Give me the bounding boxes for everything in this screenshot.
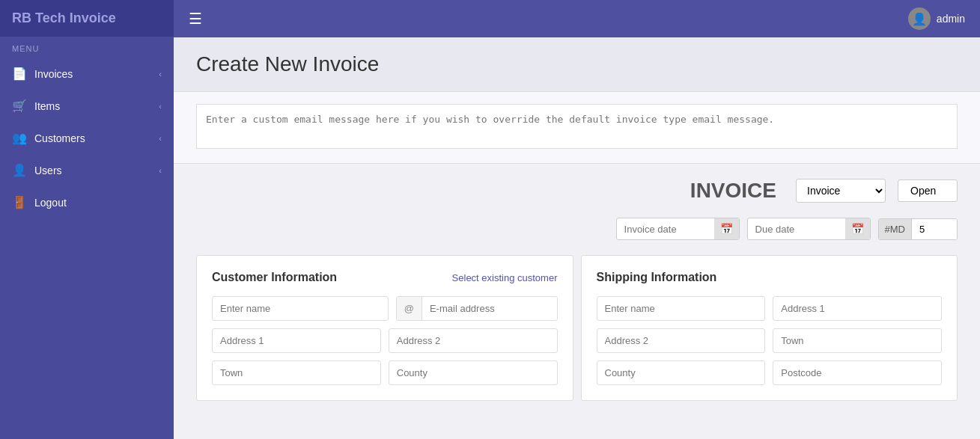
invoice-date-calendar-btn[interactable]: 📅 (714, 218, 739, 239)
sidebar-item-items[interactable]: 🛒 Items ‹ (0, 90, 174, 122)
customer-name-input[interactable] (212, 296, 389, 321)
customers-label: Customers (34, 132, 85, 144)
due-date-group: 📅 (747, 218, 871, 240)
customer-address1-input[interactable] (212, 328, 381, 353)
shipping-address2-input[interactable] (597, 328, 766, 353)
forms-row: Customer Information Select existing cus… (196, 255, 958, 401)
due-date-input[interactable] (748, 219, 845, 239)
customer-address2-input[interactable] (389, 328, 558, 353)
invoice-date-group: 📅 (616, 218, 740, 240)
hamburger-icon[interactable]: ☰ (189, 10, 202, 28)
items-icon: 🛒 (12, 99, 27, 113)
customer-information-section: Customer Information Select existing cus… (196, 255, 573, 401)
shipping-information-section: Shipping Information (581, 255, 958, 401)
shipping-address1-input[interactable] (773, 296, 942, 321)
invoices-chevron: ‹ (159, 70, 162, 79)
customer-name-email-row: @ (212, 296, 558, 321)
customer-town-input[interactable] (212, 360, 381, 385)
customer-county-input[interactable] (389, 360, 558, 385)
invoice-section: INVOICE Invoice Quote Credit Note Open 📅… (174, 164, 980, 416)
customer-town-county-row (212, 360, 558, 385)
logo-text-invoice: Invoice (70, 10, 116, 25)
customer-section-title: Customer Information (212, 271, 337, 284)
sidebar-item-invoices[interactable]: 📄 Invoices ‹ (0, 58, 174, 90)
menu-label: MENU (0, 37, 174, 58)
customer-form-grid: @ (212, 296, 558, 385)
shipping-name-address1-row (597, 296, 943, 321)
app-logo: RB Tech Invoice (0, 0, 174, 37)
invoice-type-select[interactable]: Invoice Quote Credit Note (796, 179, 886, 203)
customers-icon: 👥 (12, 131, 27, 145)
main-content: Create New Invoice INVOICE Invoice Quote… (174, 37, 980, 439)
admin-area: 👤 admin (908, 7, 965, 30)
items-label: Items (34, 100, 60, 112)
at-symbol: @ (397, 297, 422, 320)
shipping-name-input[interactable] (597, 296, 766, 321)
logout-icon: 🚪 (12, 195, 27, 209)
users-icon: 👤 (12, 163, 27, 177)
shipping-section-title: Shipping Information (597, 271, 717, 284)
md-prefix: #MD (879, 219, 912, 239)
logout-label: Logout (34, 197, 67, 209)
logo-text-rb: RB Tech (12, 10, 66, 25)
due-date-calendar-btn[interactable]: 📅 (845, 218, 870, 239)
shipping-section-header: Shipping Information (597, 271, 943, 284)
invoice-title: INVOICE (690, 179, 776, 203)
email-message-input[interactable] (196, 104, 958, 149)
invoices-icon: 📄 (12, 67, 27, 81)
users-label: Users (34, 165, 62, 176)
md-field: #MD (878, 218, 958, 240)
admin-label: admin (937, 13, 965, 25)
page-title: Create New Invoice (196, 52, 958, 76)
shipping-town-input[interactable] (773, 328, 942, 353)
customer-email-input[interactable] (422, 297, 558, 320)
invoice-date-input[interactable] (617, 219, 714, 239)
users-chevron: ‹ (159, 166, 162, 175)
sidebar: RB Tech Invoice MENU 📄 Invoices ‹ 🛒 Item… (0, 0, 174, 439)
shipping-form-grid (597, 296, 943, 385)
md-input[interactable] (912, 219, 957, 239)
shipping-address2-town-row (597, 328, 943, 353)
customer-section-header: Customer Information Select existing cus… (212, 271, 558, 284)
select-existing-customer-link[interactable]: Select existing customer (452, 272, 558, 283)
customer-email-group: @ (396, 296, 558, 321)
invoice-status: Open (898, 179, 958, 202)
page-header: Create New Invoice (174, 37, 980, 92)
shipping-county-input[interactable] (597, 360, 766, 385)
invoice-dates-row: 📅 📅 #MD (196, 218, 958, 240)
email-message-area (174, 92, 980, 164)
topbar: ☰ 👤 admin (174, 0, 980, 37)
shipping-county-postcode-row (597, 360, 943, 385)
items-chevron: ‹ (159, 102, 162, 111)
invoice-header-row: INVOICE Invoice Quote Credit Note Open (196, 179, 958, 203)
customer-address1-row (212, 328, 558, 353)
invoices-label: Invoices (34, 68, 73, 80)
sidebar-item-logout[interactable]: 🚪 Logout (0, 186, 174, 218)
sidebar-item-customers[interactable]: 👥 Customers ‹ (0, 122, 174, 154)
shipping-postcode-input[interactable] (773, 360, 942, 385)
sidebar-item-users[interactable]: 👤 Users ‹ (0, 154, 174, 186)
customers-chevron: ‹ (159, 134, 162, 143)
admin-avatar: 👤 (908, 7, 931, 30)
